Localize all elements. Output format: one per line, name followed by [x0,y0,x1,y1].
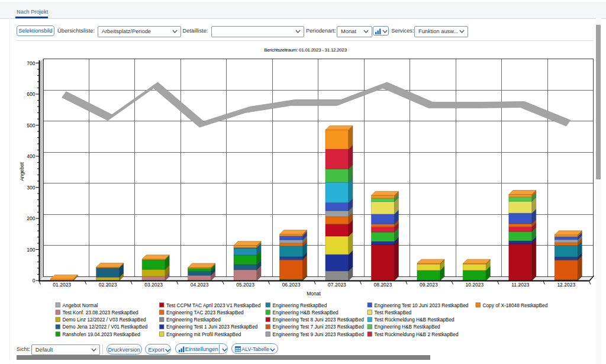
svg-text:10.2023: 10.2023 [465,282,483,288]
svg-text:Engineering TAC 2023 RestkapBe: Engineering TAC 2023 RestkapBed [166,310,244,315]
svg-text:07.2023: 07.2023 [328,282,346,288]
svg-text:Monat: Monat [307,291,321,297]
svg-text:Demo Jena 12/2022 / V01 Restka: Demo Jena 12/2022 / V01 RestkapBed [63,324,148,330]
svg-text:Angebot: Angebot [19,162,25,181]
svg-text:0: 0 [33,278,36,284]
svg-text:08.2023: 08.2023 [374,282,392,288]
svg-text:Engineering mit Profil Restkap: Engineering mit Profil RestkapBed [166,331,241,337]
svg-text:Test Konf. 23.08.2023 RestkapB: Test Konf. 23.08.2023 RestkapBed [63,310,139,315]
svg-text:Engineering H&B RestkapBed: Engineering H&B RestkapBed [273,310,339,315]
svg-text:Test CCPM TAC April 2023 V1 Re: Test CCPM TAC April 2023 V1 RestkapBed [166,302,261,308]
svg-text:Angebot Normal: Angebot Normal [63,302,98,308]
svg-text:12.2023: 12.2023 [557,282,575,288]
svg-text:500: 500 [27,123,35,128]
svg-text:400: 400 [27,153,35,159]
svg-text:Test Rückmeldung H&B RestkapBe: Test Rückmeldung H&B RestkapBed [375,317,455,323]
svg-text:Engineering Test 10 Juni 2023: Engineering Test 10 Juni 2023 RestkapBed [375,302,469,308]
svg-text:Engineering Test 7 Juni 2023 R: Engineering Test 7 Juni 2023 RestkapBed [273,324,365,330]
svg-text:Engineering Test 9 Juni 2023 R: Engineering Test 9 Juni 2023 RestkapBed [273,331,365,337]
svg-text:100: 100 [27,247,35,253]
svg-text:700: 700 [27,60,35,66]
svg-text:Engineering Test 1 Juni 2023 R: Engineering Test 1 Juni 2023 RestkapBed [166,324,258,330]
svg-text:05.2023: 05.2023 [236,282,254,288]
svg-text:04.2023: 04.2023 [191,282,209,288]
svg-text:09.2023: 09.2023 [420,282,438,288]
svg-text:03.2023: 03.2023 [144,282,163,288]
svg-text:Engineering H&B RestkapBed: Engineering H&B RestkapBed [375,324,441,330]
svg-text:Copy of X-18048 RestkapBed: Copy of X-18048 RestkapBed [483,302,548,308]
svg-text:Berichtszeitraum: 01.01.2023 -: Berichtszeitraum: 01.01.2023 - 31.12.202… [264,47,347,53]
svg-text:01.2023: 01.2023 [53,282,71,288]
svg-text:06.2023: 06.2023 [282,282,301,288]
svg-text:600: 600 [27,91,35,97]
svg-text:Demo Linz 12/2022 / V03 Restka: Demo Linz 12/2022 / V03 RestkapBed [63,317,147,323]
svg-text:Engineering RestkapBed: Engineering RestkapBed [166,317,221,323]
svg-text:Test Rückmeldung H&B 2 Restkap: Test Rückmeldung H&B 2 RestkapBed [375,331,459,337]
svg-text:Engineering Test 8 Juni 2023 R: Engineering Test 8 Juni 2023 RestkapBed [273,317,365,323]
svg-text:Engineering RestkapBed: Engineering RestkapBed [273,302,327,308]
svg-text:Test RestkapBed: Test RestkapBed [375,310,412,315]
svg-text:02.2023: 02.2023 [99,282,117,288]
svg-text:200: 200 [27,215,35,221]
svg-text:Ranshofen 19.04.2023 RestkapBe: Ranshofen 19.04.2023 RestkapBed [63,331,141,337]
svg-text:300: 300 [27,185,35,191]
svg-text:11.2023: 11.2023 [511,282,529,288]
